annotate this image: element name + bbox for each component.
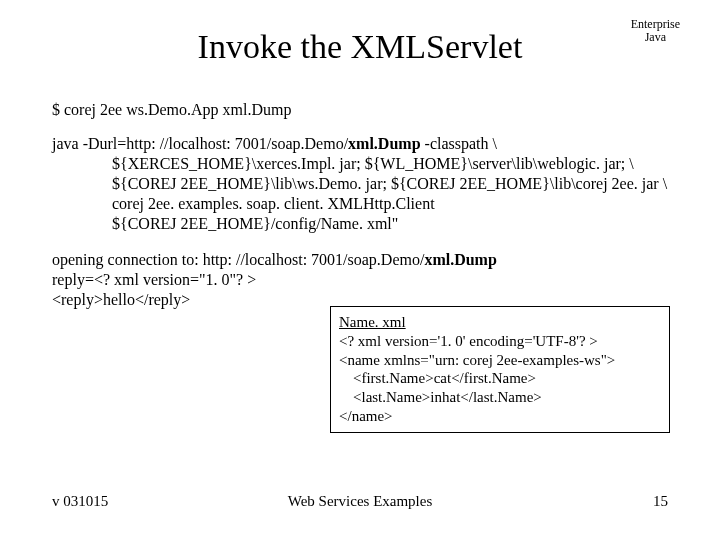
java-line-1: java -Durl=http: //localhost: 7001/soap.… [52, 134, 668, 154]
box-line-2: <name xmlns="urn: corej 2ee-examples-ws"… [339, 351, 661, 370]
slide-body: $ corej 2ee ws.Demo.App xml.Dump java -D… [52, 100, 668, 320]
output-block: opening connection to: http: //localhost… [52, 250, 668, 310]
output-line-2: reply=<? xml version="1. 0"? > [52, 270, 668, 290]
java-line-3: ${COREJ 2EE_HOME}\lib\ws.Demo. jar; ${CO… [112, 174, 668, 194]
slide-title: Invoke the XMLServlet [0, 28, 720, 66]
output-line-1: opening connection to: http: //localhost… [52, 250, 668, 270]
java-line-2: ${XERCES_HOME}\xerces.Impl. jar; ${WL_HO… [112, 154, 668, 174]
name-xml-box: Name. xml <? xml version='1. 0' encoding… [330, 306, 670, 433]
box-line-5: </name> [339, 407, 661, 426]
footer-title: Web Services Examples [0, 493, 720, 510]
command-line: $ corej 2ee ws.Demo.App xml.Dump [52, 100, 668, 120]
footer-page-number: 15 [653, 493, 668, 510]
box-title: Name. xml [339, 313, 661, 332]
java-line-4: corej 2ee. examples. soap. client. XMLHt… [112, 194, 668, 214]
box-line-3: <first.Name>cat</first.Name> [339, 369, 661, 388]
box-line-4: <last.Name>inhat</last.Name> [339, 388, 661, 407]
java-command-block: java -Durl=http: //localhost: 7001/soap.… [52, 134, 668, 234]
java-line-5: ${COREJ 2EE_HOME}/config/Name. xml" [112, 214, 668, 234]
box-line-1: <? xml version='1. 0' encoding='UTF-8'? … [339, 332, 661, 351]
